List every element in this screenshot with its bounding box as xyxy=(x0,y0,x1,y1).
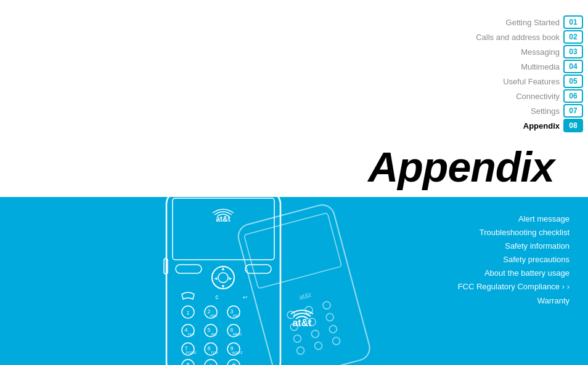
phone-illustration: at&t at& xyxy=(0,197,382,365)
content-item: Troubleshooting checklist xyxy=(458,226,570,239)
nav-badge: 04 xyxy=(563,60,583,73)
svg-text:MNO: MNO xyxy=(233,332,242,336)
nav-badge: 02 xyxy=(563,30,583,44)
nav-item-getting-started[interactable]: Getting Started01 xyxy=(476,15,588,29)
svg-rect-18 xyxy=(176,265,202,273)
content-item: Safety precautions xyxy=(458,253,570,267)
nav-label: Multimedia xyxy=(521,62,560,71)
nav-label: Messaging xyxy=(521,47,560,57)
nav-badge: 01 xyxy=(563,15,583,29)
nav-label: Getting Started xyxy=(506,18,560,27)
svg-text:PQRS: PQRS xyxy=(186,351,196,355)
nav-item-appendix[interactable]: Appendix08 xyxy=(476,119,588,132)
svg-point-9 xyxy=(293,334,302,343)
bottom-section: at&t at& xyxy=(0,197,588,365)
content-item: FCC Regulatory Compliance › xyxy=(458,280,570,294)
svg-rect-25 xyxy=(245,265,271,273)
svg-text:c: c xyxy=(216,294,219,300)
svg-text:ABC: ABC xyxy=(210,314,218,318)
svg-point-10 xyxy=(311,329,320,339)
svg-point-11 xyxy=(329,324,338,334)
nav-badge: 07 xyxy=(563,104,583,118)
svg-text:TUV: TUV xyxy=(211,351,218,355)
top-section: Getting Started01Calls and address book0… xyxy=(0,0,588,197)
nav-label: Settings xyxy=(531,106,560,116)
nav-item-settings[interactable]: Settings07 xyxy=(476,104,588,118)
nav-badge: 08 xyxy=(563,119,583,132)
svg-point-13 xyxy=(314,341,323,350)
svg-text:1: 1 xyxy=(186,310,189,316)
svg-text:8: 8 xyxy=(207,345,210,351)
content-item: Warranty xyxy=(458,294,570,308)
nav-menu: Getting Started01Calls and address book0… xyxy=(476,15,588,132)
svg-point-8 xyxy=(325,313,335,322)
svg-text:DEF: DEF xyxy=(233,314,240,318)
svg-point-5 xyxy=(322,301,332,310)
svg-text:►: ► xyxy=(228,276,233,281)
svg-text:WXYZ: WXYZ xyxy=(232,351,243,355)
svg-rect-0 xyxy=(235,203,372,365)
nav-item-connectivity[interactable]: Connectivity06 xyxy=(476,89,588,103)
content-item: Safety information xyxy=(458,239,570,253)
nav-item-multimedia[interactable]: Multimedia04 xyxy=(476,60,588,73)
svg-text:▲: ▲ xyxy=(221,266,226,271)
content-item: Alert message xyxy=(458,212,570,226)
nav-badge: 05 xyxy=(563,74,583,88)
svg-text:▼: ▼ xyxy=(221,284,226,289)
nav-label: Useful Features xyxy=(503,77,560,86)
svg-text:GHI: GHI xyxy=(188,332,195,336)
svg-point-12 xyxy=(296,346,305,355)
svg-rect-16 xyxy=(173,198,274,260)
svg-rect-1 xyxy=(244,213,342,289)
svg-text:at&t: at&t xyxy=(298,291,312,301)
svg-text:5: 5 xyxy=(207,327,210,333)
nav-item-calls-and-address-book[interactable]: Calls and address book02 xyxy=(476,30,588,44)
nav-item-messaging[interactable]: Messaging03 xyxy=(476,45,588,58)
nav-badge: 03 xyxy=(563,45,583,58)
nav-label: Calls and address book xyxy=(476,33,560,42)
nav-badge: 06 xyxy=(563,89,583,103)
svg-point-14 xyxy=(332,337,341,346)
svg-text:at&t: at&t xyxy=(292,318,312,328)
page-title: Appendix xyxy=(368,143,554,191)
svg-text:*: * xyxy=(187,361,190,365)
nav-label: Connectivity xyxy=(516,92,560,101)
nav-item-useful-features[interactable]: Useful Features05 xyxy=(476,74,588,88)
nav-label: Appendix xyxy=(523,121,560,130)
svg-text:#: # xyxy=(232,361,236,365)
svg-point-20 xyxy=(218,273,228,283)
svg-text:↩: ↩ xyxy=(243,294,248,300)
content-list: Alert messageTroubleshooting checklistSa… xyxy=(458,212,570,308)
svg-text:◄: ◄ xyxy=(213,276,218,281)
svg-text:JKL: JKL xyxy=(211,332,218,336)
content-item: About the battery usage xyxy=(458,267,570,280)
